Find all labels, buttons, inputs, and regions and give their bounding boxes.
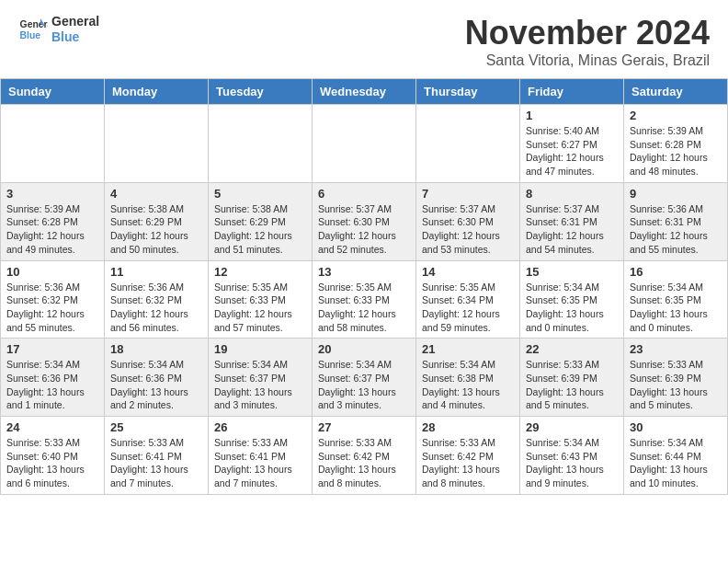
day-info: Sunrise: 5:37 AM Sunset: 6:31 PM Dayligh… xyxy=(526,202,618,257)
calendar-cell: 10Sunrise: 5:36 AM Sunset: 6:32 PM Dayli… xyxy=(1,260,105,339)
calendar-cell: 6Sunrise: 5:37 AM Sunset: 6:30 PM Daylig… xyxy=(313,182,416,260)
col-header-thursday: Thursday xyxy=(416,79,520,105)
calendar-cell: 18Sunrise: 5:34 AM Sunset: 6:36 PM Dayli… xyxy=(105,339,209,417)
day-number: 20 xyxy=(318,342,410,356)
day-number: 22 xyxy=(526,342,618,356)
calendar-week-5: 24Sunrise: 5:33 AM Sunset: 6:40 PM Dayli… xyxy=(1,417,728,495)
day-number: 6 xyxy=(318,187,410,201)
calendar-cell: 7Sunrise: 5:37 AM Sunset: 6:30 PM Daylig… xyxy=(416,182,520,260)
calendar-cell: 11Sunrise: 5:36 AM Sunset: 6:32 PM Dayli… xyxy=(105,260,209,339)
day-info: Sunrise: 5:39 AM Sunset: 6:28 PM Dayligh… xyxy=(6,202,98,257)
calendar-cell: 3Sunrise: 5:39 AM Sunset: 6:28 PM Daylig… xyxy=(1,182,105,260)
day-number: 4 xyxy=(110,187,202,201)
calendar-cell: 5Sunrise: 5:38 AM Sunset: 6:29 PM Daylig… xyxy=(209,182,313,260)
day-info: Sunrise: 5:34 AM Sunset: 6:35 PM Dayligh… xyxy=(526,281,618,335)
col-header-monday: Monday xyxy=(105,79,209,105)
svg-text:Blue: Blue xyxy=(20,29,41,40)
day-number: 17 xyxy=(6,342,98,356)
calendar-cell: 29Sunrise: 5:34 AM Sunset: 6:43 PM Dayli… xyxy=(520,417,624,495)
day-number: 25 xyxy=(110,420,202,434)
day-info: Sunrise: 5:34 AM Sunset: 6:38 PM Dayligh… xyxy=(422,358,514,412)
day-info: Sunrise: 5:33 AM Sunset: 6:39 PM Dayligh… xyxy=(630,358,722,412)
day-info: Sunrise: 5:34 AM Sunset: 6:35 PM Dayligh… xyxy=(630,281,722,335)
calendar-cell xyxy=(1,105,105,183)
day-info: Sunrise: 5:39 AM Sunset: 6:28 PM Dayligh… xyxy=(630,124,722,178)
calendar-cell: 21Sunrise: 5:34 AM Sunset: 6:38 PM Dayli… xyxy=(416,339,520,417)
day-number: 23 xyxy=(630,342,722,356)
day-info: Sunrise: 5:40 AM Sunset: 6:27 PM Dayligh… xyxy=(526,124,618,178)
calendar-cell: 16Sunrise: 5:34 AM Sunset: 6:35 PM Dayli… xyxy=(624,260,728,339)
calendar-week-1: 1Sunrise: 5:40 AM Sunset: 6:27 PM Daylig… xyxy=(1,105,728,183)
day-info: Sunrise: 5:33 AM Sunset: 6:40 PM Dayligh… xyxy=(6,436,98,490)
day-info: Sunrise: 5:33 AM Sunset: 6:42 PM Dayligh… xyxy=(318,436,410,490)
day-info: Sunrise: 5:34 AM Sunset: 6:44 PM Dayligh… xyxy=(630,436,722,490)
day-info: Sunrise: 5:35 AM Sunset: 6:34 PM Dayligh… xyxy=(422,281,514,335)
day-number: 30 xyxy=(630,420,722,434)
day-info: Sunrise: 5:38 AM Sunset: 6:29 PM Dayligh… xyxy=(214,202,306,257)
calendar-cell: 25Sunrise: 5:33 AM Sunset: 6:41 PM Dayli… xyxy=(105,417,209,495)
calendar-cell: 17Sunrise: 5:34 AM Sunset: 6:36 PM Dayli… xyxy=(1,339,105,417)
day-info: Sunrise: 5:34 AM Sunset: 6:43 PM Dayligh… xyxy=(526,436,618,490)
calendar-cell: 19Sunrise: 5:34 AM Sunset: 6:37 PM Dayli… xyxy=(209,339,313,417)
calendar-cell: 13Sunrise: 5:35 AM Sunset: 6:33 PM Dayli… xyxy=(313,260,416,339)
calendar-cell: 24Sunrise: 5:33 AM Sunset: 6:40 PM Dayli… xyxy=(1,417,105,495)
day-number: 7 xyxy=(422,187,514,201)
day-number: 16 xyxy=(630,265,722,279)
day-info: Sunrise: 5:36 AM Sunset: 6:32 PM Dayligh… xyxy=(6,281,98,335)
calendar-cell: 28Sunrise: 5:33 AM Sunset: 6:42 PM Dayli… xyxy=(416,417,520,495)
calendar-cell xyxy=(416,105,520,183)
page-header: General Blue General Blue November 2024 … xyxy=(0,0,728,74)
calendar-cell: 27Sunrise: 5:33 AM Sunset: 6:42 PM Dayli… xyxy=(313,417,416,495)
calendar-cell: 4Sunrise: 5:38 AM Sunset: 6:29 PM Daylig… xyxy=(105,182,209,260)
day-number: 19 xyxy=(214,342,306,356)
day-number: 27 xyxy=(318,420,410,434)
calendar-cell: 30Sunrise: 5:34 AM Sunset: 6:44 PM Dayli… xyxy=(624,417,728,495)
calendar-cell xyxy=(105,105,209,183)
col-header-friday: Friday xyxy=(520,79,624,105)
calendar-cell: 12Sunrise: 5:35 AM Sunset: 6:33 PM Dayli… xyxy=(209,260,313,339)
calendar-cell: 23Sunrise: 5:33 AM Sunset: 6:39 PM Dayli… xyxy=(624,339,728,417)
day-info: Sunrise: 5:35 AM Sunset: 6:33 PM Dayligh… xyxy=(318,281,410,335)
day-number: 13 xyxy=(318,265,410,279)
day-number: 5 xyxy=(214,187,306,201)
calendar-cell: 1Sunrise: 5:40 AM Sunset: 6:27 PM Daylig… xyxy=(520,105,624,183)
day-number: 21 xyxy=(422,342,514,356)
day-number: 12 xyxy=(214,265,306,279)
day-info: Sunrise: 5:34 AM Sunset: 6:36 PM Dayligh… xyxy=(110,358,202,412)
location: Santa Vitoria, Minas Gerais, Brazil xyxy=(465,52,710,69)
calendar-week-3: 10Sunrise: 5:36 AM Sunset: 6:32 PM Dayli… xyxy=(1,260,728,339)
calendar: SundayMondayTuesdayWednesdayThursdayFrid… xyxy=(0,78,728,495)
calendar-cell xyxy=(209,105,313,183)
day-info: Sunrise: 5:38 AM Sunset: 6:29 PM Dayligh… xyxy=(110,202,202,257)
day-info: Sunrise: 5:36 AM Sunset: 6:32 PM Dayligh… xyxy=(110,281,202,335)
calendar-cell: 26Sunrise: 5:33 AM Sunset: 6:41 PM Dayli… xyxy=(209,417,313,495)
calendar-week-4: 17Sunrise: 5:34 AM Sunset: 6:36 PM Dayli… xyxy=(1,339,728,417)
day-number: 11 xyxy=(110,265,202,279)
day-number: 2 xyxy=(630,109,722,122)
calendar-week-2: 3Sunrise: 5:39 AM Sunset: 6:28 PM Daylig… xyxy=(1,182,728,260)
logo-icon: General Blue xyxy=(18,15,48,44)
col-header-sunday: Sunday xyxy=(1,79,105,105)
day-info: Sunrise: 5:35 AM Sunset: 6:33 PM Dayligh… xyxy=(214,281,306,335)
calendar-cell: 20Sunrise: 5:34 AM Sunset: 6:37 PM Dayli… xyxy=(313,339,416,417)
day-number: 26 xyxy=(214,420,306,434)
day-info: Sunrise: 5:37 AM Sunset: 6:30 PM Dayligh… xyxy=(422,202,514,257)
calendar-cell xyxy=(313,105,416,183)
day-info: Sunrise: 5:37 AM Sunset: 6:30 PM Dayligh… xyxy=(318,202,410,257)
day-info: Sunrise: 5:33 AM Sunset: 6:41 PM Dayligh… xyxy=(214,436,306,490)
calendar-cell: 8Sunrise: 5:37 AM Sunset: 6:31 PM Daylig… xyxy=(520,182,624,260)
calendar-header-row: SundayMondayTuesdayWednesdayThursdayFrid… xyxy=(1,79,728,105)
calendar-cell: 9Sunrise: 5:36 AM Sunset: 6:31 PM Daylig… xyxy=(624,182,728,260)
day-number: 28 xyxy=(422,420,514,434)
col-header-saturday: Saturday xyxy=(624,79,728,105)
day-number: 1 xyxy=(526,109,618,122)
day-info: Sunrise: 5:36 AM Sunset: 6:31 PM Dayligh… xyxy=(630,202,722,257)
day-number: 14 xyxy=(422,265,514,279)
day-info: Sunrise: 5:34 AM Sunset: 6:36 PM Dayligh… xyxy=(6,358,98,412)
day-number: 9 xyxy=(630,187,722,201)
day-number: 8 xyxy=(526,187,618,201)
day-number: 10 xyxy=(6,265,98,279)
month-title: November 2024 xyxy=(465,14,710,52)
day-number: 3 xyxy=(6,187,98,201)
title-block: November 2024 Santa Vitoria, Minas Gerai… xyxy=(465,14,710,69)
